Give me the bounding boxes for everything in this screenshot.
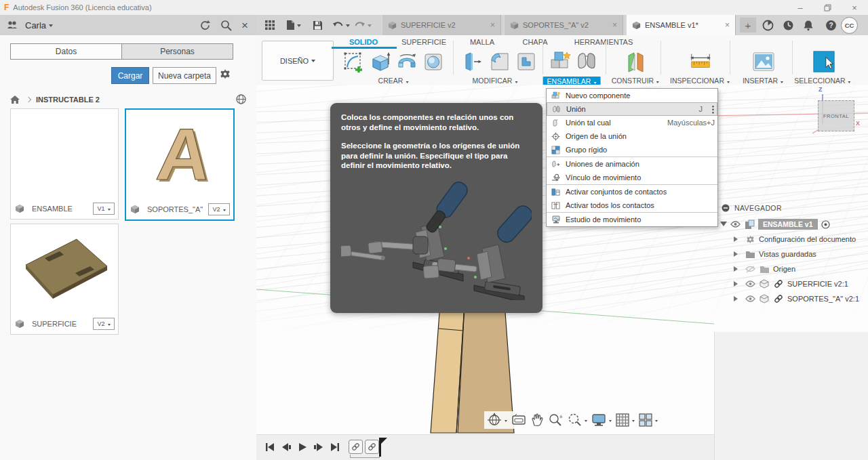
- restore-button[interactable]: [814, 1, 841, 15]
- doc-tab-soportes[interactable]: SOPORTES_"A" v2 ×: [504, 15, 623, 35]
- expand-icon[interactable]: [734, 296, 741, 301]
- redo-icon[interactable]: [351, 17, 368, 33]
- look-at-icon[interactable]: [511, 414, 526, 426]
- construct-plane-icon[interactable]: [625, 50, 648, 73]
- file-menu-caret-icon[interactable]: [297, 24, 301, 29]
- new-folder-button[interactable]: Nueva carpeta: [153, 67, 216, 84]
- browser-row-origin[interactable]: Origen: [720, 262, 867, 276]
- menu-item-union-tal-cual[interactable]: Unión tal cual Mayúsculas+J: [547, 116, 717, 129]
- pan-hand-icon[interactable]: [530, 413, 544, 427]
- menu-item-activar-todos[interactable]: Activar todos los contactos: [547, 198, 717, 212]
- browser-collapse-icon[interactable]: [720, 203, 731, 213]
- activate-radio-icon[interactable]: [821, 219, 831, 230]
- version-dropdown[interactable]: V2: [208, 203, 230, 215]
- extrude-icon[interactable]: [369, 50, 392, 73]
- group-label-construir[interactable]: CONSTRUIR: [612, 77, 659, 85]
- display-settings-icon[interactable]: [591, 413, 612, 427]
- minimize-button[interactable]: –: [787, 1, 814, 15]
- shared-globe-icon[interactable]: [235, 93, 247, 105]
- group-label-insertar[interactable]: INSERTAR: [743, 77, 783, 85]
- eye-icon[interactable]: [730, 219, 741, 230]
- browser-row-doc-settings[interactable]: Configuración del documento: [720, 232, 867, 247]
- undo-icon[interactable]: [330, 17, 346, 33]
- tab-datos[interactable]: Datos: [10, 43, 121, 60]
- press-pull-icon[interactable]: [462, 50, 485, 73]
- browser-row-saved-views[interactable]: Vistas guardadas: [720, 247, 867, 262]
- menu-item-nuevo-componente[interactable]: Nuevo componente: [547, 89, 717, 102]
- revolve-icon[interactable]: [395, 50, 418, 73]
- search-icon[interactable]: [220, 20, 232, 31]
- group-label-crear[interactable]: CREAR: [378, 77, 409, 85]
- expand-icon[interactable]: [734, 266, 741, 272]
- zoom-window-icon[interactable]: [567, 413, 587, 427]
- version-dropdown[interactable]: V1: [93, 203, 115, 215]
- browser-row-soportes[interactable]: SOPORTES_"A" v2:1: [720, 291, 867, 306]
- hole-icon[interactable]: [422, 50, 445, 73]
- refresh-icon[interactable]: [199, 20, 211, 31]
- close-window-button[interactable]: ×: [841, 1, 868, 15]
- menu-item-uniones-animacion[interactable]: Uniones de animación: [547, 156, 717, 171]
- menu-item-grupo-rigido[interactable]: Grupo rígido: [547, 143, 717, 156]
- group-label-inspeccionar[interactable]: INSPECCIONAR: [670, 77, 730, 85]
- timeline-joint-feature-1[interactable]: [349, 440, 363, 454]
- eye-icon[interactable]: [745, 293, 755, 304]
- zoom-icon[interactable]: ±: [548, 413, 563, 427]
- menu-item-vinculo-movimiento[interactable]: Vínculo de movimiento: [547, 171, 717, 184]
- ribbon-tab-herramientas[interactable]: HERRAMIENTAS: [574, 38, 633, 46]
- ribbon-tab-chapa[interactable]: CHAPA: [522, 38, 547, 46]
- card-ensamble[interactable]: ENSAMBLE V1: [10, 108, 119, 219]
- user-avatar[interactable]: CC: [841, 17, 858, 34]
- shell-icon[interactable]: [515, 50, 538, 73]
- browser-row-superficie[interactable]: SUPERFICIE v2:1: [720, 276, 867, 291]
- version-dropdown[interactable]: V2: [93, 318, 115, 330]
- menu-item-activar-conjuntos[interactable]: Activar conjuntos de contactos: [547, 184, 717, 198]
- expand-icon[interactable]: [734, 251, 741, 257]
- breadcrumb-folder[interactable]: INSTRUCTABLE 2: [36, 96, 100, 104]
- timeline-skip-start-button[interactable]: [263, 440, 277, 454]
- eye-off-icon[interactable]: [745, 264, 755, 274]
- card-soportes[interactable]: A A SOPORTES_"A" V2: [125, 108, 235, 221]
- undo-caret-icon[interactable]: [346, 24, 350, 29]
- team-dropdown-icon[interactable]: [49, 24, 53, 29]
- browser-root-row[interactable]: ENSAMBLE v1: [720, 217, 867, 232]
- close-tab-icon[interactable]: ×: [718, 20, 730, 30]
- root-node-label[interactable]: ENSAMBLE v1: [758, 219, 818, 230]
- extensions-icon[interactable]: [760, 17, 776, 33]
- card-superficie[interactable]: SUPERFICIE V2: [10, 224, 119, 335]
- group-label-modificar[interactable]: MODIFICAR: [473, 77, 518, 85]
- group-label-seleccionar[interactable]: SELECCIONAR: [794, 77, 850, 85]
- redo-caret-icon[interactable]: [368, 24, 372, 29]
- doc-tab-superficie[interactable]: SUPERFICIE v2 ×: [382, 15, 501, 35]
- team-name[interactable]: Carla: [25, 20, 46, 30]
- eye-icon[interactable]: [745, 278, 755, 289]
- notifications-bell-icon[interactable]: [800, 17, 816, 33]
- close-tab-icon[interactable]: ×: [484, 20, 495, 30]
- close-tab-icon[interactable]: ×: [606, 20, 617, 30]
- menu-item-origen-union[interactable]: Origen de la unión: [547, 129, 717, 143]
- select-tool-icon[interactable]: [812, 50, 835, 73]
- home-icon[interactable]: [9, 95, 20, 104]
- timeline-step-forward-button[interactable]: [312, 440, 326, 454]
- orbit-icon[interactable]: [487, 413, 507, 427]
- close-panel-icon[interactable]: ×: [241, 20, 248, 31]
- expand-icon[interactable]: [720, 222, 727, 230]
- ribbon-tab-malla[interactable]: MALLA: [470, 38, 494, 46]
- measure-icon[interactable]: [689, 50, 712, 73]
- menu-item-options-icon[interactable]: [712, 105, 714, 114]
- doc-tab-ensamble[interactable]: ENSAMBLE v1* ×: [626, 15, 736, 35]
- timeline-step-back-button[interactable]: [279, 440, 293, 454]
- new-component-icon[interactable]: [549, 50, 572, 73]
- data-settings-gear-icon[interactable]: [218, 67, 232, 81]
- menu-item-union[interactable]: Unión J: [547, 102, 717, 116]
- joint-icon[interactable]: [575, 50, 598, 73]
- tab-personas[interactable]: Personas: [121, 43, 233, 60]
- app-grid-icon[interactable]: [262, 17, 278, 33]
- help-icon[interactable]: ?: [823, 17, 839, 33]
- upload-button[interactable]: Cargar: [111, 67, 149, 84]
- workspace-selector[interactable]: DISEÑO: [262, 41, 334, 81]
- grid-settings-icon[interactable]: [616, 413, 635, 427]
- viewcube[interactable]: FRONTAL: [818, 100, 854, 131]
- menu-item-estudio-movimiento[interactable]: Estudio de movimiento: [547, 212, 717, 226]
- job-status-clock-icon[interactable]: [780, 17, 796, 33]
- ribbon-tab-superficie[interactable]: SUPERFICIE: [401, 38, 446, 46]
